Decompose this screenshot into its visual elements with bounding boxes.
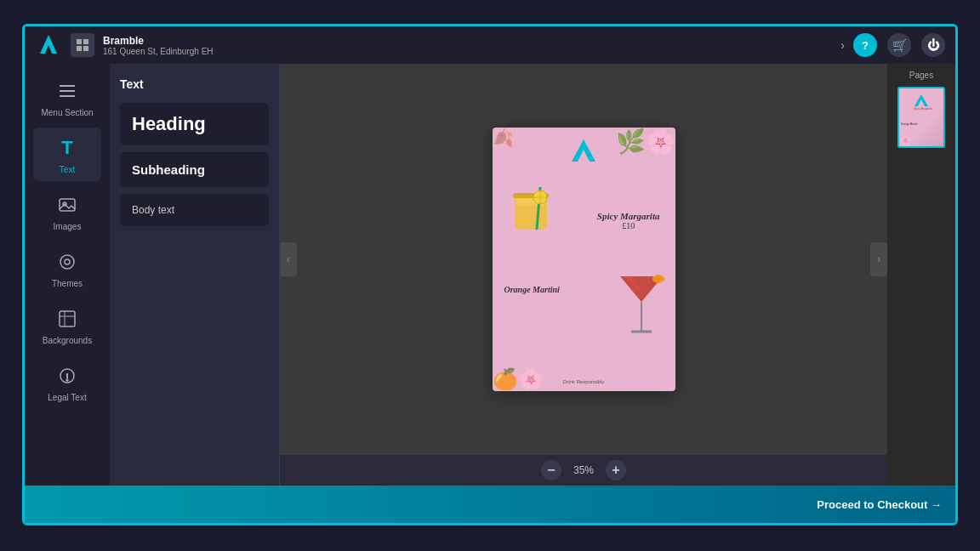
sidebar-label-images: Images: [54, 222, 82, 231]
text-option-heading[interactable]: Heading: [120, 103, 269, 145]
svg-rect-4: [83, 46, 88, 51]
sidebar-item-text[interactable]: T Text: [33, 128, 101, 181]
svg-marker-18: [572, 139, 595, 162]
pages-label: Pages: [909, 71, 933, 80]
text-option-bodytext[interactable]: Body text: [120, 194, 269, 226]
card-logo: [568, 138, 599, 168]
panel-title: Text: [120, 77, 269, 91]
sidebar-item-images[interactable]: Images: [33, 185, 101, 238]
text-panel: Text Heading Subheading Body text: [110, 64, 280, 486]
page-thumbnail-1[interactable]: Spicy Margarita Orange Martini 🌸: [897, 87, 945, 148]
images-icon: [54, 191, 81, 219]
top-bar-right: ? 🛒 ⏻: [853, 33, 945, 57]
svg-marker-0: [40, 35, 57, 54]
bottom-bar: Proceed to Checkout →: [25, 486, 955, 523]
canvas-main[interactable]: ‹ 🌿🌸 🍂 🍊🌸: [280, 64, 887, 455]
sidebar-label-themes: Themes: [52, 279, 83, 288]
left-sidebar: Menu Section T Text Images: [25, 64, 110, 486]
sidebar-item-backgrounds[interactable]: Backgrounds: [33, 298, 101, 352]
legal-text-icon: [54, 362, 81, 389]
main-content: Menu Section T Text Images: [25, 64, 955, 486]
nav-arrow-left[interactable]: ‹: [280, 242, 297, 276]
cocktail-text-1: Spicy Margarita £10: [597, 211, 660, 230]
thumb-text: Spicy Margarita: [901, 107, 943, 111]
menu-section-icon: [54, 77, 81, 105]
zoom-in-button[interactable]: +: [606, 460, 626, 480]
venue-address: 161 Queen St, Edinburgh EH: [103, 47, 832, 56]
svg-point-17: [66, 379, 68, 381]
cocktail-glass-2: [616, 272, 667, 348]
menu-card[interactable]: 🌿🌸 🍂 🍊🌸: [493, 128, 675, 391]
svg-point-11: [65, 259, 70, 264]
zoom-out-button[interactable]: −: [541, 460, 561, 480]
thumb-text-2: Orange Martini: [901, 122, 943, 126]
exit-button[interactable]: ⏻: [921, 33, 945, 57]
cocktail-1-name: Spicy Margarita: [597, 211, 660, 221]
backgrounds-icon: [54, 305, 81, 332]
cocktail-text-2: Orange Martini: [504, 285, 560, 294]
text-option-subheading[interactable]: Subheading: [120, 152, 269, 187]
sidebar-item-themes[interactable]: Themes: [33, 241, 101, 295]
sidebar-label-menu-section: Menu Section: [41, 108, 93, 117]
help-button[interactable]: ?: [853, 33, 877, 57]
svg-rect-1: [77, 39, 82, 44]
drink-responsibly: Drink Responsibly: [563, 379, 604, 384]
pages-panel: Pages Spicy Margarita Orange Martini 🌸: [887, 64, 955, 486]
canvas-area: ‹ 🌿🌸 🍂 🍊🌸: [280, 64, 887, 486]
themes-icon: [54, 248, 81, 276]
page-thumb-inner: Spicy Margarita Orange Martini 🌸: [899, 88, 943, 146]
cocktail-1-price: £10: [597, 221, 660, 230]
zoom-value: 35%: [568, 464, 599, 476]
app-frame: Bramble 161 Queen St, Edinburgh EH › ? 🛒…: [22, 24, 958, 525]
app-logo: [35, 31, 62, 59]
sidebar-label-text: Text: [60, 165, 75, 174]
svg-point-10: [60, 255, 74, 269]
grid-icon-button[interactable]: [71, 33, 94, 57]
svg-rect-3: [77, 46, 82, 51]
svg-marker-33: [914, 94, 928, 106]
venue-info: Bramble 161 Queen St, Edinburgh EH: [103, 35, 832, 56]
nav-arrow-right[interactable]: ›: [870, 242, 887, 276]
svg-rect-12: [60, 311, 75, 327]
checkout-button[interactable]: Proceed to Checkout →: [817, 498, 942, 511]
deco-top-right: 🌿🌸: [616, 128, 675, 156]
svg-rect-8: [60, 199, 75, 211]
cocktail-2-name: Orange Martini: [504, 285, 560, 294]
venue-name: Bramble: [103, 35, 832, 47]
thumb-deco: 🌸: [899, 134, 912, 146]
sidebar-label-backgrounds: Backgrounds: [43, 336, 92, 345]
text-icon: T: [54, 134, 81, 162]
sidebar-item-legal-text[interactable]: Legal Text: [33, 355, 101, 409]
zoom-bar: − 35% +: [280, 455, 887, 486]
chevron-right-icon[interactable]: ›: [840, 38, 845, 52]
cocktail-glass-1: [504, 179, 560, 246]
top-bar: Bramble 161 Queen St, Edinburgh EH › ? 🛒…: [25, 26, 955, 64]
cart-button[interactable]: 🛒: [887, 33, 911, 57]
svg-rect-2: [83, 39, 88, 44]
sidebar-label-legal-text: Legal Text: [48, 393, 86, 402]
sidebar-item-menu-section[interactable]: Menu Section: [33, 71, 101, 124]
deco-top-left: 🍂: [493, 128, 514, 148]
deco-bottom-left: 🍊🌸: [493, 367, 544, 391]
